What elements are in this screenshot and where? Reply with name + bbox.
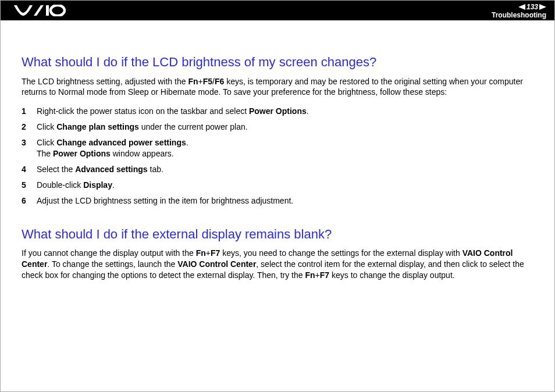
svg-rect-0 (46, 5, 49, 16)
page-navigation: 133 (518, 3, 546, 11)
text: keys to change the display output. (329, 270, 455, 280)
text: If you cannot change the display output … (22, 248, 196, 258)
text: Click (37, 122, 56, 131)
bold: Display (83, 180, 112, 190)
question-2-heading: What should I do if the external display… (22, 226, 533, 243)
next-page-arrow-icon[interactable] (539, 4, 546, 10)
text: + (206, 248, 211, 258)
page-container: 133 Troubleshooting What should I do if … (0, 0, 555, 392)
section-label: Troubleshooting (492, 12, 546, 19)
text: window appears. (111, 149, 174, 158)
prev-page-arrow-icon[interactable] (518, 4, 525, 10)
key-f7: F7 (320, 270, 329, 280)
content-area: What should I do if the LCD brightness o… (1, 20, 554, 281)
key-fn: Fn (188, 77, 198, 86)
svg-point-1 (51, 5, 65, 16)
svg-marker-3 (539, 4, 546, 10)
q1-steps-list: Right-click the power status icon on the… (22, 104, 533, 208)
text: Select the (37, 165, 75, 174)
header-right: 133 Troubleshooting (492, 3, 546, 19)
text: . (307, 106, 309, 116)
text: + (315, 270, 320, 280)
step-1: Right-click the power status icon on the… (22, 104, 533, 119)
key-f5: F5 (203, 77, 212, 86)
key-f6: F6 (215, 77, 224, 86)
top-bar: 133 Troubleshooting (1, 1, 554, 20)
text: . (112, 180, 115, 190)
step-2: Click Change plan settings under the cur… (22, 119, 533, 135)
q2-paragraph: If you cannot change the display output … (22, 248, 533, 281)
step-3: Click Change advanced power settings. Th… (22, 135, 533, 162)
key-f7: F7 (211, 248, 220, 258)
bold: VAIO Control Center (177, 259, 256, 269)
text: The (37, 149, 53, 158)
text: . To change the settings, launch the (47, 259, 177, 269)
step-4: Select the Advanced settings tab. (22, 162, 533, 177)
text: tab. (148, 165, 163, 174)
text: The LCD brightness setting, adjusted wit… (22, 77, 188, 86)
step-5: Double-click Display. (22, 177, 533, 193)
bold: Change advanced power settings (56, 138, 186, 147)
svg-marker-2 (518, 4, 525, 10)
text: . (186, 138, 188, 147)
vaio-logo (13, 5, 66, 16)
text: keys, you need to change the settings fo… (220, 248, 462, 258)
text: + (198, 77, 203, 86)
key-fn: Fn (196, 248, 206, 258)
bold: Change plan settings (56, 122, 139, 131)
bold: Advanced settings (75, 165, 147, 174)
bold: Power Options (53, 149, 111, 158)
text: under the current power plan. (139, 122, 248, 131)
text: Right-click the power status icon on the… (37, 106, 249, 116)
text: Click (37, 138, 56, 147)
q1-intro-paragraph: The LCD brightness setting, adjusted wit… (22, 76, 533, 98)
page-number: 133 (526, 3, 538, 11)
question-1-heading: What should I do if the LCD brightness o… (22, 54, 533, 70)
bold: Power Options (249, 106, 307, 116)
text: Double-click (37, 180, 83, 190)
key-fn: Fn (305, 270, 315, 280)
step-6: Adjust the LCD brightness setting in the… (22, 193, 533, 209)
text: Adjust the LCD brightness setting in the… (37, 196, 293, 205)
